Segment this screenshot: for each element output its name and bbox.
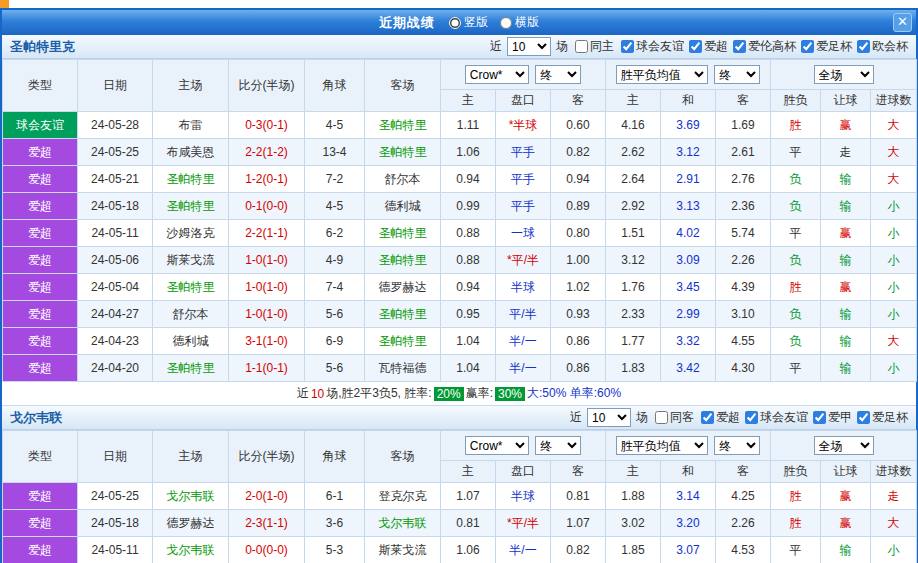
handicap-cell: *半球 bbox=[496, 112, 551, 139]
result-cell: 平 bbox=[771, 355, 821, 382]
handicap-cell: 半/一 bbox=[496, 328, 551, 355]
date-cell: 24-04-27 bbox=[78, 301, 153, 328]
handicap-cell: 一球 bbox=[496, 220, 551, 247]
match-row: 球会友谊24-05-28布雷0-3(0-1)4-5圣帕特里1.11*半球0.60… bbox=[3, 112, 917, 139]
avg-away-cell: 4.39 bbox=[716, 274, 771, 301]
league-filter-option[interactable]: 爱超 bbox=[684, 38, 728, 55]
recent-count-select[interactable]: 10 bbox=[587, 408, 631, 427]
handicap-result-cell: 输 bbox=[821, 537, 871, 563]
goals-cell: 大 bbox=[871, 112, 917, 139]
odds-final-select[interactable]: 终 bbox=[535, 436, 581, 455]
score-cell: 0-3(0-1) bbox=[229, 112, 305, 139]
home-odds-cell: 0.94 bbox=[441, 166, 496, 193]
home-odds-cell: 0.94 bbox=[441, 274, 496, 301]
league-label: 球会友谊 bbox=[636, 38, 684, 55]
score-cell: 2-2(1-1) bbox=[229, 220, 305, 247]
vertical-layout-option[interactable]: 竖版 bbox=[449, 14, 488, 31]
league-checkbox[interactable] bbox=[701, 411, 714, 424]
league-filter-option[interactable]: 爱甲 bbox=[808, 409, 852, 426]
league-checkbox[interactable] bbox=[689, 40, 702, 53]
same-away-checkbox[interactable] bbox=[655, 411, 668, 424]
horizontal-layout-radio[interactable] bbox=[500, 17, 512, 29]
league-checkbox[interactable] bbox=[745, 411, 758, 424]
league-filter-option[interactable]: 爱伦高杯 bbox=[728, 38, 796, 55]
same-home-filter[interactable]: 同主 bbox=[570, 38, 614, 55]
league-checkbox[interactable] bbox=[857, 411, 870, 424]
vertical-layout-radio[interactable] bbox=[449, 17, 461, 29]
handicap-result-cell: 输 bbox=[821, 301, 871, 328]
corners-cell: 5-6 bbox=[305, 355, 365, 382]
home-team-cell: 布咸美恩 bbox=[153, 139, 229, 166]
scope-select[interactable]: 全场 bbox=[814, 65, 874, 84]
avg-final-select[interactable]: 终 bbox=[714, 436, 760, 455]
avg-final-select[interactable]: 终 bbox=[714, 65, 760, 84]
avg-draw-cell: 3.13 bbox=[661, 193, 716, 220]
recent-count-select[interactable]: 10 bbox=[507, 37, 551, 56]
handicap-result-cell: 输 bbox=[821, 193, 871, 220]
score-cell: 1-1(0-1) bbox=[229, 355, 305, 382]
avg-draw-cell: 3.09 bbox=[661, 247, 716, 274]
league-filter-option[interactable]: 爱足杯 bbox=[852, 409, 908, 426]
score-cell: 1-2(0-1) bbox=[229, 166, 305, 193]
match-row: 爱超24-05-04圣帕特里1-0(1-0)7-4德罗赫达0.94半球1.021… bbox=[3, 274, 917, 301]
col-away: 客场 bbox=[365, 60, 441, 112]
corners-cell: 6-9 bbox=[305, 328, 365, 355]
scope-select[interactable]: 全场 bbox=[814, 436, 874, 455]
league-filter-option[interactable]: 爱足杯 bbox=[796, 38, 852, 55]
league-checkbox[interactable] bbox=[801, 40, 814, 53]
same-away-filter[interactable]: 同客 bbox=[650, 409, 694, 426]
avg-draw-cell: 4.02 bbox=[661, 220, 716, 247]
avg-draw-cell: 2.99 bbox=[661, 301, 716, 328]
league-label: 球会友谊 bbox=[760, 409, 808, 426]
avg-select[interactable]: 胜平负均值 bbox=[616, 436, 708, 455]
score-cell: 3-1(1-0) bbox=[229, 328, 305, 355]
bookmaker-select[interactable]: Crow* bbox=[465, 436, 529, 455]
horizontal-layout-option[interactable]: 横版 bbox=[500, 14, 539, 31]
league-filter-option[interactable]: 欧会杯 bbox=[852, 38, 908, 55]
home-odds-cell: 1.06 bbox=[441, 537, 496, 563]
close-button[interactable]: ✕ bbox=[893, 13, 912, 32]
same-home-checkbox[interactable] bbox=[575, 40, 588, 53]
league-cell: 爱超 bbox=[3, 328, 78, 355]
score-cell: 0-1(0-0) bbox=[229, 193, 305, 220]
horizontal-layout-label: 横版 bbox=[515, 14, 539, 31]
league-filter-option[interactable]: 球会友谊 bbox=[740, 409, 808, 426]
league-filter-option[interactable]: 爱超 bbox=[696, 409, 740, 426]
away-team-cell: 登克尔克 bbox=[365, 483, 441, 510]
col-odds-home: 主 bbox=[441, 90, 496, 112]
league-checkbox[interactable] bbox=[813, 411, 826, 424]
avg-select[interactable]: 胜平负均值 bbox=[616, 65, 708, 84]
away-odds-cell: 0.82 bbox=[551, 537, 606, 563]
corners-cell: 6-2 bbox=[305, 220, 365, 247]
col-corners: 角球 bbox=[305, 431, 365, 483]
away-odds-cell: 0.82 bbox=[551, 139, 606, 166]
odds-final-select[interactable]: 终 bbox=[535, 65, 581, 84]
result-cell: 胜 bbox=[771, 510, 821, 537]
avg-group-header: 胜平负均值 终 bbox=[606, 60, 771, 90]
league-checkbox[interactable] bbox=[733, 40, 746, 53]
summary-segment: 20% bbox=[434, 387, 464, 401]
league-checkbox[interactable] bbox=[621, 40, 634, 53]
goals-cell: 小 bbox=[871, 355, 917, 382]
corners-cell: 4-9 bbox=[305, 247, 365, 274]
date-cell: 24-05-04 bbox=[78, 274, 153, 301]
corners-cell: 5-3 bbox=[305, 537, 365, 563]
games-label: 场 bbox=[556, 38, 568, 55]
col-score: 比分(半场) bbox=[229, 60, 305, 112]
league-filter-option[interactable]: 球会友谊 bbox=[616, 38, 684, 55]
avg-home-cell: 1.83 bbox=[606, 355, 661, 382]
col-avg-draw: 和 bbox=[661, 90, 716, 112]
home-odds-cell: 1.06 bbox=[441, 139, 496, 166]
corners-cell: 4-5 bbox=[305, 193, 365, 220]
scope-group-header: 全场 bbox=[771, 431, 917, 461]
home-team-cell: 沙姆洛克 bbox=[153, 220, 229, 247]
goals-cell: 大 bbox=[871, 166, 917, 193]
away-odds-cell: 0.80 bbox=[551, 220, 606, 247]
col-goals: 进球数 bbox=[871, 90, 917, 112]
bookmaker-select[interactable]: Crow* bbox=[465, 65, 529, 84]
goals-cell: 小 bbox=[871, 220, 917, 247]
league-checkbox[interactable] bbox=[857, 40, 870, 53]
league-cell: 爱超 bbox=[3, 139, 78, 166]
league-cell: 爱超 bbox=[3, 247, 78, 274]
result-cell: 胜 bbox=[771, 274, 821, 301]
